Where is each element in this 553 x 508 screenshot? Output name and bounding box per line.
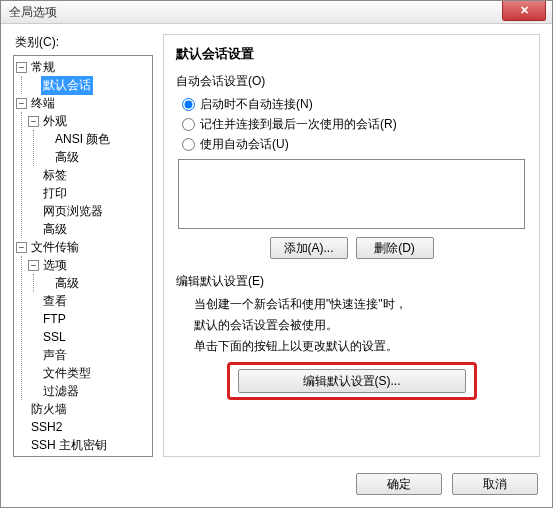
- delete-button[interactable]: 删除(D): [356, 237, 434, 259]
- tree-label: SSL: [41, 329, 68, 345]
- tree-label: 文件传输: [29, 238, 81, 257]
- tree-label: 选项: [41, 256, 69, 275]
- dialog-footer: 确定 取消: [1, 465, 552, 507]
- auto-session-label: 自动会话设置(O): [176, 73, 527, 90]
- radio-label: 启动时不自动连接(N): [200, 96, 313, 113]
- highlight-frame: 编辑默认设置(S)...: [227, 362, 477, 400]
- settings-panel: 默认会话设置 自动会话设置(O) 启动时不自动连接(N) 记住并连接到最后一次使…: [163, 34, 540, 457]
- tree-label: 外观: [41, 112, 69, 131]
- collapse-icon[interactable]: −: [16, 98, 27, 109]
- tree-label: 终端: [29, 94, 57, 113]
- tree-item-advanced[interactable]: 高级: [40, 148, 150, 166]
- tree-label: 网页浏览器: [41, 202, 105, 221]
- radio-remember-last[interactable]: 记住并连接到最后一次使用的会话(R): [182, 116, 527, 133]
- collapse-icon[interactable]: −: [16, 62, 27, 73]
- radio-label: 记住并连接到最后一次使用的会话(R): [200, 116, 397, 133]
- cancel-button[interactable]: 取消: [452, 473, 538, 495]
- tree-label: SSH 主机密钥: [29, 436, 109, 455]
- tree-item-ssl[interactable]: SSL: [28, 328, 150, 346]
- add-button[interactable]: 添加(A)...: [270, 237, 348, 259]
- tree-item-general[interactable]: − 常规: [16, 58, 150, 76]
- edit-default-settings-button[interactable]: 编辑默认设置(S)...: [238, 369, 466, 393]
- ok-button[interactable]: 确定: [356, 473, 442, 495]
- collapse-icon[interactable]: −: [28, 260, 39, 271]
- collapse-icon[interactable]: −: [16, 242, 27, 253]
- tree-label: ANSI 颜色: [53, 130, 112, 149]
- group-box: 默认会话设置 自动会话设置(O) 启动时不自动连接(N) 记住并连接到最后一次使…: [163, 34, 540, 457]
- radio-label: 使用自动会话(U): [200, 136, 289, 153]
- tree-item-file-transfer[interactable]: − 文件传输: [16, 238, 150, 256]
- tree-label: 文件类型: [41, 364, 93, 383]
- tree-label: 查看: [41, 292, 69, 311]
- close-icon[interactable]: [502, 1, 546, 21]
- category-tree[interactable]: − 常规 默认会话 − 终端: [13, 55, 153, 457]
- content-area: 类别(C): − 常规 默认会话 − 终端: [1, 24, 552, 465]
- tree-label: 默认会话: [41, 76, 93, 95]
- description-line: 默认的会话设置会被使用。: [194, 317, 527, 334]
- tree-item-ssh2[interactable]: SSH2: [16, 418, 150, 436]
- collapse-icon[interactable]: −: [28, 116, 39, 127]
- tree-label: 防火墙: [29, 400, 69, 419]
- tree-item-web-browser[interactable]: 网页浏览器: [28, 202, 150, 220]
- tree-item-terminal[interactable]: − 终端: [16, 94, 150, 112]
- tree-label: 高级: [53, 274, 81, 293]
- tree-item-filters[interactable]: 过滤器: [28, 382, 150, 400]
- tree-item-ssh-host-keys[interactable]: SSH 主机密钥: [16, 436, 150, 454]
- list-button-row: 添加(A)... 删除(D): [176, 237, 527, 259]
- panel-title: 默认会话设置: [176, 45, 527, 63]
- tree-item-firewall[interactable]: 防火墙: [16, 400, 150, 418]
- tree-item-default-session[interactable]: 默认会话: [28, 76, 150, 94]
- tree-item-file-types[interactable]: 文件类型: [28, 364, 150, 382]
- tree-item-tabs[interactable]: 标签: [28, 166, 150, 184]
- tree-label: 常规: [29, 58, 57, 77]
- tree-item-ansi-color[interactable]: ANSI 颜色: [40, 130, 150, 148]
- radio-input[interactable]: [182, 98, 195, 111]
- titlebar: 全局选项: [1, 1, 552, 24]
- edit-default-label: 编辑默认设置(E): [176, 273, 527, 290]
- tree-item-view[interactable]: 查看: [28, 292, 150, 310]
- window-title: 全局选项: [9, 4, 57, 21]
- radio-input[interactable]: [182, 118, 195, 131]
- radio-no-auto-connect[interactable]: 启动时不自动连接(N): [182, 96, 527, 113]
- description-line: 当创建一个新会话和使用"快速连接"时，: [194, 296, 527, 313]
- tree-item-sound[interactable]: 声音: [28, 346, 150, 364]
- tree-label: 声音: [41, 346, 69, 365]
- tree-item-print[interactable]: 打印: [28, 184, 150, 202]
- session-list[interactable]: [178, 159, 525, 229]
- tree-label: SSH2: [29, 419, 64, 435]
- tree-label: 高级: [53, 148, 81, 167]
- tree-item-options[interactable]: − 选项: [28, 256, 150, 274]
- tree-item-appearance[interactable]: − 外观: [28, 112, 150, 130]
- description-line: 单击下面的按钮上以更改默认的设置。: [194, 338, 527, 355]
- left-column: 类别(C): − 常规 默认会话 − 终端: [13, 34, 153, 457]
- dialog-window: 全局选项 类别(C): − 常规 默认会话: [0, 0, 553, 508]
- tree-label: 标签: [41, 166, 69, 185]
- tree-item-advanced2[interactable]: 高级: [28, 220, 150, 238]
- radio-use-auto-session[interactable]: 使用自动会话(U): [182, 136, 527, 153]
- tree-label: 高级: [41, 220, 69, 239]
- tree-label: 打印: [41, 184, 69, 203]
- tree-label: 过滤器: [41, 382, 81, 401]
- category-label: 类别(C):: [13, 34, 153, 51]
- tree-label: FTP: [41, 311, 68, 327]
- tree-item-ftp[interactable]: FTP: [28, 310, 150, 328]
- radio-input[interactable]: [182, 138, 195, 151]
- tree-item-advanced3[interactable]: 高级: [40, 274, 150, 292]
